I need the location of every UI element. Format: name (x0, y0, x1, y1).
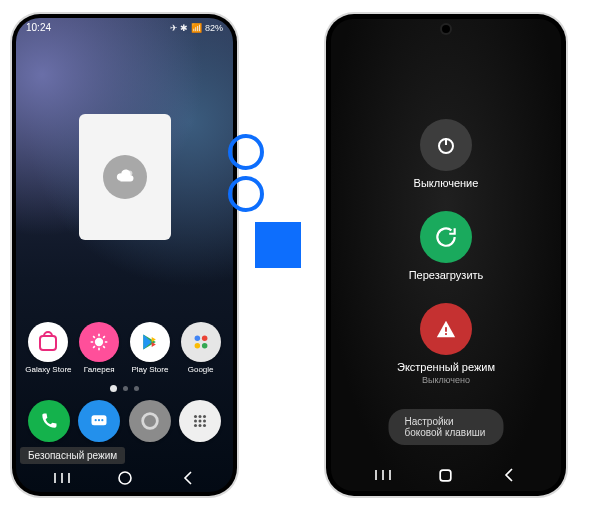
svg-rect-24 (445, 333, 447, 335)
nav-bar (16, 464, 233, 492)
power-off-icon (420, 119, 472, 171)
svg-point-20 (203, 424, 206, 427)
messages-icon[interactable] (78, 400, 120, 442)
svg-point-2 (95, 338, 103, 346)
app-label: Google (188, 365, 214, 374)
phone-left: 10:24 ✈ ✱ 📶 82% Galaxy Store (12, 14, 237, 496)
weather-cloud-icon (103, 155, 147, 199)
app-play-store[interactable]: Play Store (126, 322, 175, 374)
restart-button[interactable]: Перезагрузить (409, 211, 484, 281)
gallery-icon (79, 322, 119, 362)
emergency-sub: Выключено (422, 375, 470, 385)
emergency-label: Экстренный режим (397, 361, 495, 373)
svg-point-13 (198, 415, 201, 418)
nav-back[interactable] (156, 471, 219, 485)
status-battery: 82% (205, 23, 223, 33)
page-dot-home[interactable] (110, 385, 117, 392)
svg-point-12 (194, 415, 197, 418)
page-dot[interactable] (123, 386, 128, 391)
emergency-icon (420, 303, 472, 355)
page-indicator (16, 386, 233, 392)
power-menu: Выключение Перезагрузить Экстренный режи… (331, 119, 561, 385)
app-galaxy-store[interactable]: Galaxy Store (24, 322, 73, 374)
restart-icon (420, 211, 472, 263)
svg-rect-23 (445, 327, 447, 332)
play-store-icon (130, 322, 170, 362)
svg-point-21 (119, 472, 131, 484)
svg-point-17 (203, 420, 206, 423)
widget-card[interactable] (79, 114, 171, 240)
status-right: ✈ ✱ 📶 82% (170, 22, 223, 33)
app-label: Play Store (131, 365, 168, 374)
svg-point-0 (126, 171, 132, 177)
nav-recent[interactable] (351, 469, 414, 481)
svg-point-6 (202, 343, 208, 349)
svg-rect-1 (40, 336, 56, 350)
svg-point-9 (98, 419, 100, 421)
status-time: 10:24 (26, 22, 51, 33)
dock (16, 400, 233, 442)
power-off-label: Выключение (414, 177, 479, 189)
nav-bar (331, 459, 561, 491)
assistant-icon[interactable] (129, 400, 171, 442)
app-row: Galaxy Store Галерея Play Store Google (16, 322, 233, 374)
svg-point-19 (198, 424, 201, 427)
svg-point-16 (198, 420, 201, 423)
page-dot[interactable] (134, 386, 139, 391)
nav-home[interactable] (93, 470, 156, 486)
google-folder-icon (181, 322, 221, 362)
power-button-highlight-icon (228, 176, 264, 212)
side-key-settings-button[interactable]: Настройки боковой клавиши (389, 409, 504, 445)
status-icons: ✈ ✱ 📶 (170, 23, 202, 33)
connector-arrow-icon (255, 222, 301, 268)
restart-label: Перезагрузить (409, 269, 484, 281)
nav-back[interactable] (478, 468, 541, 482)
svg-point-18 (194, 424, 197, 427)
galaxy-store-icon (28, 322, 68, 362)
app-gallery[interactable]: Галерея (75, 322, 124, 374)
volume-down-highlight-icon (228, 134, 264, 170)
svg-point-10 (102, 419, 104, 421)
phone-icon[interactable] (28, 400, 70, 442)
home-screen: 10:24 ✈ ✱ 📶 82% Galaxy Store (16, 18, 233, 492)
svg-point-8 (95, 419, 97, 421)
app-google-folder[interactable]: Google (176, 322, 225, 374)
nav-home[interactable] (414, 467, 477, 484)
status-bar: 10:24 ✈ ✱ 📶 82% (16, 18, 233, 33)
power-off-button[interactable]: Выключение (414, 119, 479, 189)
apps-drawer-icon[interactable] (179, 400, 221, 442)
svg-point-11 (142, 414, 157, 429)
app-label: Галерея (84, 365, 115, 374)
camera-notch-icon (442, 25, 450, 33)
power-menu-screen: Выключение Перезагрузить Экстренный режи… (331, 19, 561, 491)
svg-point-4 (202, 336, 208, 342)
svg-point-5 (194, 343, 200, 349)
emergency-mode-button[interactable]: Экстренный режим Выключено (397, 303, 495, 385)
app-label: Galaxy Store (25, 365, 71, 374)
safe-mode-label: Безопасный режим (20, 447, 125, 464)
side-buttons-highlight (228, 134, 264, 216)
svg-rect-25 (441, 470, 452, 481)
phone-right: Выключение Перезагрузить Экстренный режи… (326, 14, 566, 496)
svg-point-15 (194, 420, 197, 423)
svg-point-14 (203, 415, 206, 418)
svg-point-3 (194, 336, 200, 342)
nav-recent[interactable] (30, 472, 93, 484)
